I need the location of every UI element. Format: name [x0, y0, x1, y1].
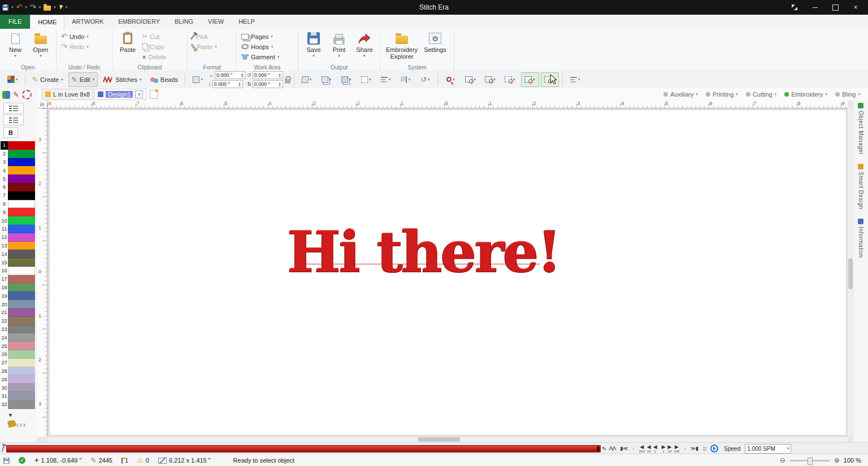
duplicate-button[interactable]: ▾: [318, 72, 336, 87]
palette-row-11[interactable]: 11: [1, 225, 35, 233]
palette-swatch[interactable]: [8, 258, 35, 267]
palette-swatch[interactable]: [8, 325, 35, 334]
redo-button[interactable]: ↷ Redo▾: [60, 42, 90, 51]
step-forward-1-button[interactable]: ▶1: [661, 445, 667, 453]
palette-swatch[interactable]: [8, 216, 35, 225]
palette-row-9[interactable]: 9: [1, 208, 35, 216]
delete-button[interactable]: × Delete: [141, 53, 167, 61]
save-icon[interactable]: [2, 5, 8, 11]
thread-colors-icon[interactable]: [2, 91, 10, 99]
zoom-previous-button[interactable]: ▾: [481, 72, 500, 87]
redo-icon[interactable]: ↷: [30, 5, 36, 10]
transform-button[interactable]: ▾: [298, 72, 316, 87]
maximize-button[interactable]: [825, 0, 845, 15]
embroidery-design-text[interactable]: Hi there!: [287, 221, 560, 283]
palette-swatch[interactable]: [8, 367, 35, 376]
palette-row-13[interactable]: 13: [1, 242, 35, 250]
distribute-button[interactable]: ▾: [397, 72, 415, 87]
palette-row-1[interactable]: 1: [1, 141, 35, 150]
layer-toggle-printing[interactable]: Printing▾: [706, 91, 738, 98]
zoom-in-icon[interactable]: ⊕: [834, 456, 840, 464]
open-file-icon[interactable]: [44, 6, 51, 11]
paste-format-caret-icon[interactable]: ▾: [215, 45, 217, 49]
quick-action-bolt-icon[interactable]: [58, 5, 63, 10]
palette-row-30[interactable]: 30: [1, 384, 35, 392]
palette-swatch[interactable]: [8, 333, 35, 342]
edit-button[interactable]: ✎ Edit▾: [68, 72, 98, 87]
size-width-field[interactable]: 0.000 "▲▼: [253, 71, 283, 79]
lock-proportions-icon[interactable]: [285, 79, 290, 84]
ribbon-tab-home[interactable]: HOME: [30, 15, 64, 29]
palette-swatch[interactable]: [8, 150, 35, 158]
position-x-field[interactable]: 0.000 "▲▼: [215, 71, 245, 79]
create-caret-icon[interactable]: ▾: [61, 77, 63, 82]
zoom-fit-button[interactable]: ▾: [521, 72, 539, 87]
palette-list-button[interactable]: [3, 103, 24, 114]
size-height-field[interactable]: 0.000 "▲▼: [253, 80, 283, 88]
position-x-spinner[interactable]: ▲▼: [241, 73, 244, 77]
palette-swatch[interactable]: [8, 291, 35, 300]
undo-icon[interactable]: ↶: [16, 5, 23, 10]
sequence-progress-bar[interactable]: [6, 445, 601, 452]
color-wheel-icon[interactable]: [22, 90, 32, 99]
size-height-spinner[interactable]: ▲▼: [279, 82, 281, 86]
palette-number-mode-button[interactable]: 1 2 3: [8, 420, 25, 427]
palette-swatch[interactable]: [8, 191, 35, 200]
zoom-one-to-one-button[interactable]: ▾: [501, 72, 519, 87]
palette-row-14[interactable]: 14: [1, 250, 35, 258]
document-tab-l-in-love-8x8[interactable]: L in Love 8x8: [42, 89, 93, 100]
horizontal-scroll-thumb[interactable]: [418, 437, 460, 442]
step-forward-100-button[interactable]: ▶100: [672, 445, 680, 453]
step-back-1-button[interactable]: ◀1: [652, 445, 658, 453]
palette-edit-icon[interactable]: ✎: [13, 90, 19, 99]
close-document-icon[interactable]: ×: [135, 90, 143, 98]
sequence-end-marker-icon[interactable]: ✎: [602, 446, 606, 452]
close-button[interactable]: ×: [845, 0, 866, 15]
palette-swatch[interactable]: [8, 342, 35, 350]
save-button[interactable]: Save▾: [302, 30, 326, 58]
layer-toggle-cutting[interactable]: Cutting▾: [746, 91, 776, 98]
palette-row-24[interactable]: 24: [1, 333, 35, 342]
open-button[interactable]: Open▾: [29, 30, 53, 58]
new-design-tab-button[interactable]: [150, 90, 158, 99]
step-back-100-button[interactable]: ◀100: [638, 445, 646, 453]
document-tab-design1[interactable]: Design1×: [94, 89, 146, 100]
palette-row-3[interactable]: 3: [1, 158, 35, 167]
layer-toggle-caret-icon[interactable]: ▾: [858, 92, 860, 97]
palette-row-28[interactable]: 28: [1, 367, 35, 376]
palette-swatch[interactable]: [8, 166, 35, 175]
garment-button[interactable]: Garment▾: [240, 53, 280, 61]
color-mode-button[interactable]: ▾: [3, 72, 21, 87]
vertical-scroll-thumb[interactable]: [848, 258, 853, 289]
zoom-slider[interactable]: [789, 460, 830, 461]
pages-caret-icon[interactable]: ▾: [271, 34, 273, 39]
color-order-button[interactable]: [3, 115, 24, 125]
palette-swatch[interactable]: [8, 375, 35, 384]
zoom-out-icon[interactable]: ⊖: [780, 456, 785, 464]
palette-swatch[interactable]: [8, 250, 35, 258]
snap-grid-button[interactable]: ▾: [189, 72, 207, 87]
palette-swatch[interactable]: [8, 175, 35, 183]
print-button[interactable]: Print▾: [327, 30, 351, 58]
step-back-10-button[interactable]: ◀10: [646, 445, 652, 453]
settings-button[interactable]: ⚙ Settings: [422, 30, 449, 53]
new-button[interactable]: New▾: [3, 30, 27, 58]
undo-caret-icon[interactable]: ▾: [25, 5, 27, 10]
palette-swatch[interactable]: [8, 200, 35, 208]
palette-row-18[interactable]: 18: [1, 284, 35, 292]
palette-more-icon[interactable]: ▼: [8, 412, 13, 418]
palette-swatch[interactable]: [8, 300, 35, 308]
palette-swatch[interactable]: [8, 384, 35, 392]
layer-toggle-caret-icon[interactable]: ▾: [696, 92, 698, 97]
next-color-button[interactable]: ›: [683, 446, 687, 451]
array-button[interactable]: ▾: [337, 72, 355, 87]
pages-button[interactable]: Pages▾: [240, 32, 280, 41]
palette-swatch[interactable]: [8, 350, 35, 359]
palette-swatch[interactable]: [8, 183, 35, 191]
palette-row-5[interactable]: 5: [1, 175, 35, 183]
bolt-caret-icon[interactable]: ▾: [66, 5, 68, 10]
palette-swatch[interactable]: [8, 267, 35, 275]
horizontal-scrollbar[interactable]: [47, 437, 848, 442]
open-caret-icon[interactable]: ▾: [54, 5, 56, 10]
copy-button[interactable]: Copy: [141, 42, 167, 51]
